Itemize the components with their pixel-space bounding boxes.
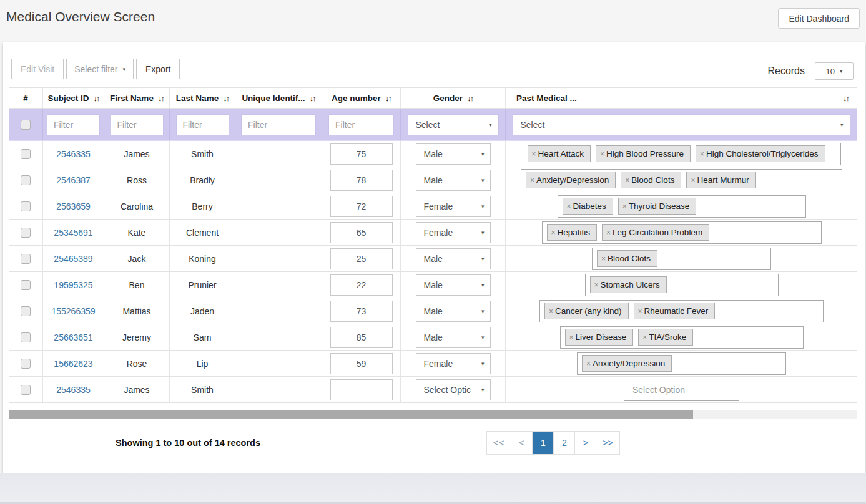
remove-tag-icon[interactable]: × [567, 202, 571, 211]
sort-icon[interactable]: ↓↑ [310, 94, 315, 103]
export-button[interactable]: Export [136, 59, 180, 79]
row-checkbox[interactable] [21, 306, 31, 316]
filter-input-5[interactable] [328, 114, 394, 135]
condition-tag[interactable]: ×Thyroid Disease [618, 198, 697, 215]
condition-tag[interactable]: ×Hepatitis [547, 224, 598, 241]
condition-tag[interactable]: ×Blood Clots [597, 250, 657, 267]
horizontal-scrollbar[interactable] [9, 410, 857, 419]
condition-tag[interactable]: ×Heart Murmur [686, 172, 755, 188]
past-medical-multiselect[interactable]: Select Option [624, 379, 739, 401]
gender-select[interactable]: Male▾ [416, 274, 491, 296]
remove-tag-icon[interactable]: × [606, 228, 611, 237]
condition-tag[interactable]: ×Liver Disease [565, 329, 634, 346]
age-input[interactable] [330, 327, 393, 348]
age-input[interactable] [330, 274, 393, 296]
row-checkbox[interactable] [21, 149, 31, 159]
past-medical-multiselect[interactable]: ×Anxiety/Depression×Blood Clots×Heart Mu… [521, 169, 842, 191]
condition-tag[interactable]: ×Leg Circulation Problem [602, 224, 709, 241]
edit-visit-button[interactable]: Edit Visit [11, 59, 64, 79]
page-button-2[interactable]: 2 [554, 432, 575, 454]
sort-icon[interactable]: ↓↑ [223, 94, 229, 103]
remove-tag-icon[interactable]: × [622, 202, 627, 211]
condition-tag[interactable]: ×High Cholesterol/Triglycerides [696, 145, 825, 162]
subject-id-link[interactable]: 25345691 [54, 228, 92, 238]
subject-id-link[interactable]: 155266359 [51, 306, 95, 316]
condition-tag[interactable]: ×Cancer (any kind) [544, 303, 629, 319]
gender-select[interactable]: Male▾ [416, 170, 491, 191]
remove-tag-icon[interactable]: × [625, 176, 629, 185]
remove-tag-icon[interactable]: × [532, 150, 536, 158]
remove-tag-icon[interactable]: × [691, 176, 695, 185]
sort-icon[interactable]: ↓↑ [385, 94, 391, 103]
past-medical-multiselect[interactable]: ×Anxiety/Depression [577, 352, 786, 375]
remove-tag-icon[interactable]: × [600, 150, 604, 158]
past-medical-multiselect[interactable]: ×Heart Attack×High Blood Pressure×High C… [523, 143, 841, 165]
column-header-gender[interactable]: Gender↓↑ [401, 88, 506, 108]
past-medical-multiselect[interactable]: ×Liver Disease×TIA/Sroke [560, 326, 804, 349]
row-checkbox[interactable] [21, 332, 31, 342]
row-checkbox[interactable] [21, 254, 31, 264]
past-medical-filter-select[interactable]: Select▾ [513, 114, 850, 135]
past-medical-multiselect[interactable]: ×Stomach Ulcers [585, 274, 779, 296]
subject-id-link[interactable]: 15662623 [54, 359, 92, 369]
remove-tag-icon[interactable]: × [700, 150, 704, 158]
select-filter-dropdown[interactable]: Select filter ▾ [66, 59, 134, 79]
age-input[interactable] [330, 170, 393, 191]
condition-tag[interactable]: ×Anxiety/Depression [582, 355, 672, 372]
remove-tag-icon[interactable]: × [638, 307, 642, 316]
subject-id-link[interactable]: 25663651 [54, 332, 92, 342]
sort-icon[interactable]: ↓↑ [467, 94, 473, 103]
condition-tag[interactable]: ×Stomach Ulcers [590, 276, 667, 293]
gender-select[interactable]: Male▾ [416, 248, 491, 269]
age-input[interactable] [330, 143, 393, 165]
gender-select[interactable]: Female▾ [416, 196, 491, 217]
subject-id-link[interactable]: 2546387 [56, 175, 91, 185]
page-button-1[interactable]: 1 [533, 432, 554, 454]
column-header-first-name[interactable]: First Name↓↑ [104, 88, 170, 108]
past-medical-multiselect[interactable]: ×Blood Clots [592, 248, 771, 270]
gender-select[interactable]: Select Optic▾ [416, 379, 491, 400]
first-page-button[interactable]: << [487, 432, 511, 454]
remove-tag-icon[interactable]: × [601, 254, 606, 263]
column-header-unique-identif-[interactable]: Unique Identif...↓↑ [235, 88, 322, 108]
subject-id-link[interactable]: 2546335 [56, 385, 91, 395]
row-checkbox[interactable] [21, 228, 31, 238]
subject-id-link[interactable]: 2546335 [56, 149, 91, 159]
age-input[interactable] [330, 222, 393, 243]
scrollbar-thumb[interactable] [9, 410, 693, 419]
sort-icon[interactable]: ↓↑ [158, 94, 164, 103]
remove-tag-icon[interactable]: × [586, 359, 591, 368]
condition-tag[interactable]: ×TIA/Sroke [638, 329, 693, 346]
age-input[interactable] [330, 301, 393, 322]
column-header-past-medical-[interactable]: Past Medical ...↓↑ [506, 88, 857, 108]
sort-icon[interactable]: ↓↑ [94, 94, 99, 103]
row-checkbox[interactable] [21, 359, 31, 369]
column-header-age-number[interactable]: Age number↓↑ [322, 88, 401, 108]
filter-input-3[interactable] [176, 114, 229, 135]
age-input[interactable] [330, 379, 393, 400]
filter-input-2[interactable] [111, 114, 164, 135]
row-checkbox[interactable] [21, 280, 31, 290]
sort-icon[interactable]: ↓↑ [843, 94, 849, 103]
remove-tag-icon[interactable]: × [549, 307, 553, 316]
gender-select[interactable]: Male▾ [416, 301, 491, 322]
row-checkbox[interactable] [21, 201, 31, 211]
remove-tag-icon[interactable]: × [551, 228, 556, 237]
edit-dashboard-button[interactable]: Edit Dashboard [778, 8, 860, 29]
age-input[interactable] [330, 353, 393, 374]
remove-tag-icon[interactable]: × [594, 281, 599, 289]
subject-id-link[interactable]: 2563659 [56, 201, 91, 211]
condition-tag[interactable]: ×Heart Attack [528, 145, 591, 162]
next-page-button[interactable]: > [575, 432, 596, 454]
filter-input-4[interactable] [241, 114, 316, 135]
remove-tag-icon[interactable]: × [642, 333, 647, 342]
remove-tag-icon[interactable]: × [569, 333, 574, 342]
row-checkbox[interactable] [21, 175, 31, 185]
gender-select[interactable]: Male▾ [416, 143, 491, 165]
gender-select[interactable]: Female▾ [416, 353, 491, 374]
age-input[interactable] [330, 248, 393, 269]
column-header-subject-id[interactable]: Subject ID↓↑ [43, 88, 104, 108]
row-checkbox[interactable] [21, 385, 31, 395]
condition-tag[interactable]: ×Diabetes [563, 198, 613, 215]
subject-id-link[interactable]: 19595325 [54, 280, 92, 290]
